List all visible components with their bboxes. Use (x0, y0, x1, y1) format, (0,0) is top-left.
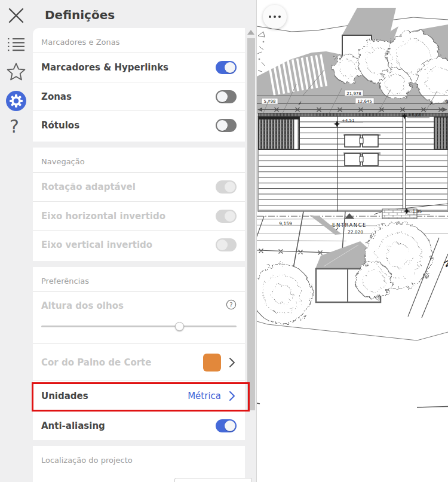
level-label-low: -1,05 (411, 209, 422, 214)
scrollbar-thumb[interactable] (247, 38, 255, 410)
toggle-knob (225, 62, 235, 73)
slider-thumb[interactable] (175, 322, 184, 331)
dim-label-ground: 9,159 (279, 221, 292, 226)
help-icon[interactable]: ? (10, 116, 24, 137)
section-preferences: Preferências Altura dos olhos ? Cor do P… (33, 267, 245, 440)
row-invert-vertical: Eixo vertical invertido (33, 230, 245, 259)
color-swatch[interactable] (203, 354, 221, 372)
toggle-knob (217, 240, 228, 250)
toggle-knob (225, 182, 235, 192)
row-units[interactable]: Unidades Métrica (33, 380, 245, 410)
chevron-right-icon (227, 357, 237, 368)
invert-horizontal-toggle (216, 210, 237, 223)
toggle-knob (225, 211, 235, 222)
row-labels[interactable]: Rótulos (33, 110, 245, 139)
section-project-location: Localização do projecto (33, 446, 245, 482)
row-label: Eixo horizontal invertido (41, 211, 165, 222)
svg-text:?: ? (229, 302, 232, 308)
chevron-right-icon (227, 391, 237, 401)
row-label: Rótulos (41, 120, 79, 131)
section-markers-zones: Marcadores e Zonas Marcadores & Hyperlin… (33, 28, 245, 142)
dim-label-left: 5,798 (263, 99, 275, 104)
row-zones[interactable]: Zonas (33, 82, 245, 110)
more-options-button[interactable] (263, 5, 287, 29)
section-label: Localização do projecto (33, 446, 245, 471)
scroll-up-arrow[interactable] (247, 30, 254, 35)
toggle-knob (217, 91, 228, 102)
row-label: Zonas (41, 91, 72, 102)
level-label-right: +5,69 (409, 113, 421, 118)
row-eye-height: Altura dos olhos ? (33, 292, 245, 343)
settings-panel: Definições (0, 0, 257, 482)
section-label: Navegação (33, 148, 245, 173)
row-markers-hyperlinks[interactable]: Marcadores & Hyperlinks (33, 53, 245, 82)
dim-label-right-partial: 3 (446, 99, 448, 104)
units-value: Métrica (188, 391, 221, 401)
row-invert-horizontal: Eixo horizontal invertido (33, 201, 245, 230)
row-label: Marcadores & Hyperlinks (41, 62, 168, 73)
toggle-knob (225, 420, 235, 431)
invert-vertical-toggle (216, 238, 237, 251)
row-label: Cor do Palno de Corte (41, 357, 151, 368)
close-icon[interactable] (8, 7, 24, 24)
ellipsis-icon (269, 16, 271, 18)
row-label: Altura dos olhos (41, 300, 124, 311)
section-label: Preferências (33, 267, 245, 292)
anti-aliasing-toggle[interactable] (216, 419, 237, 432)
zones-toggle[interactable] (216, 90, 237, 103)
star-icon[interactable] (7, 62, 26, 81)
drawing-viewport[interactable]: 21,978 5,798 12,645 3 (257, 0, 448, 482)
eye-height-slider[interactable] (41, 326, 237, 327)
row-anti-aliasing[interactable]: Anti-aliasing (33, 410, 245, 440)
row-label: Unidades (41, 391, 88, 401)
section-navigation: Navegação Rotação adaptável Eixo horizon… (33, 148, 245, 261)
row-label: Eixo vertical invertido (41, 240, 152, 250)
dim-label-entrance: 22,020 (348, 229, 363, 235)
dim-label-total: 21,978 (346, 91, 361, 96)
adaptive-rotation-toggle (216, 180, 237, 194)
list-icon[interactable] (8, 37, 24, 51)
toggle-knob (217, 120, 228, 131)
level-label-upper: +4,51 (342, 118, 354, 123)
entrance-label: ENTRANCE (332, 222, 367, 228)
labels-toggle[interactable] (216, 119, 237, 132)
project-location-field[interactable] (174, 478, 252, 482)
row-label: Anti-aliasing (41, 420, 105, 431)
row-label: Rotação adaptável (41, 182, 136, 192)
help-circle-icon[interactable]: ? (226, 299, 237, 312)
section-label: Marcadores e Zonas (33, 28, 245, 53)
markers-toggle[interactable] (216, 61, 237, 74)
page-title: Definições (45, 8, 115, 22)
dim-label-mid: 12,645 (357, 99, 372, 104)
row-adaptive-rotation: Rotação adaptável (33, 173, 245, 201)
gear-icon[interactable] (5, 90, 27, 112)
row-cut-plane-color[interactable]: Cor do Palno de Corte (33, 343, 245, 380)
elevation-drawing: 21,978 5,798 12,645 3 (257, 0, 448, 482)
